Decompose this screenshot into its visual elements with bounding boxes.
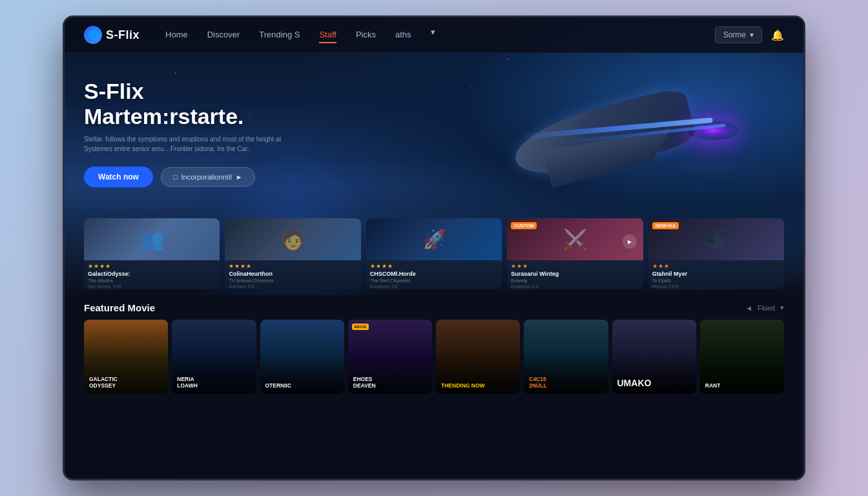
featured-section: Featured Movie ◄ Fkied ▾ GALACTICODYSSEY: [65, 296, 803, 394]
featured-card-6[interactable]: UMAKO: [612, 320, 696, 394]
card-subtitle-1: TV Anteant Dreinnes: [225, 278, 360, 284]
featured-bg-6: UMAKO: [612, 320, 696, 394]
hero-title: S-Flix Martem:rstarte.: [84, 79, 329, 129]
card-subtitle-2: The Nert Clspester: [366, 278, 502, 284]
search-button[interactable]: Sorme ▾: [715, 26, 762, 43]
movie-card-0[interactable]: 👥 ★★★★ GalactiOdysse: The dAultra. Dan f…: [84, 218, 220, 289]
nav-links: Home Discover Trending S Staff Picks ath…: [165, 27, 715, 43]
featured-bg-4: THENDING NOW: [436, 320, 520, 394]
nav-more-icon[interactable]: ▾: [431, 27, 435, 43]
card-subtitle-4: To Epath: [648, 278, 784, 284]
featured-label-2: OTERNIIC: [265, 382, 292, 389]
nav-paths[interactable]: aths: [395, 27, 411, 43]
card-image-2: 🚀: [366, 218, 502, 260]
notification-bell-icon[interactable]: 🔔: [771, 29, 784, 41]
movie-cards-strip: 👥 ★★★★ GalactiOdysse: The dAultra. Dan f…: [65, 212, 803, 296]
card-meta-0: Dan frenas, 3:45: [84, 284, 220, 289]
card-title-1: ColinaHeurthon: [225, 269, 360, 278]
nav-label: Fkied: [758, 304, 775, 312]
info-arrow: ►: [236, 173, 243, 181]
card-meta-1: Natrearn 3:6: [225, 284, 360, 289]
logo-text: S-Flix: [106, 28, 140, 42]
hero-content: S-Flix Martem:rstarte. Stellar. follows …: [65, 53, 803, 200]
featured-bg-1: NERIALOAWH: [172, 320, 256, 394]
watch-now-button[interactable]: Watch now: [84, 167, 153, 187]
card-badge-3: CUSTOM: [511, 222, 537, 229]
nav-picks[interactable]: Picks: [356, 27, 376, 43]
card-title-3: Surasarui Winteg: [507, 269, 643, 278]
featured-label-7: RANT: [705, 382, 721, 389]
hero-title-line2: Martem:rstarte.: [84, 104, 244, 129]
card-title-2: CHSCOMl.Horde: [366, 269, 502, 278]
search-label: Sorme: [723, 30, 746, 39]
featured-card-2[interactable]: OTERNIIC: [260, 320, 344, 394]
featured-card-3[interactable]: EKCIA EHOESDEAVEN: [348, 320, 432, 394]
nav-home[interactable]: Home: [165, 27, 188, 43]
section-title: Featured Movie: [84, 302, 155, 313]
featured-bg-5: C4C152NÜLL: [524, 320, 608, 394]
info-icon: □: [173, 173, 178, 181]
nav-staff[interactable]: Staff: [319, 27, 336, 43]
featured-bg-2: OTERNIIC: [260, 320, 344, 394]
featured-badge-3: EKCIA: [352, 324, 369, 330]
card-image-0: 👥: [84, 218, 220, 260]
featured-bg-7: RANT: [700, 320, 784, 394]
card-subtitle-3: Evamty: [507, 278, 643, 284]
movie-card-3[interactable]: ⚔️ CUSTOM ▶ ★★★ Surasarui Winteg Evamty …: [507, 218, 643, 289]
hero-title-line1: S-Flix: [84, 79, 144, 103]
section-header: Featured Movie ◄ Fkied ▾: [84, 302, 784, 313]
card-meta-4: Mreyan 3:6:6: [648, 284, 784, 289]
card-title-0: GalactiOdysse:: [84, 269, 220, 278]
featured-card-5[interactable]: C4C152NÜLL: [524, 320, 608, 394]
card-meta-3: Euolosion 2:6: [507, 284, 643, 289]
prev-nav-icon[interactable]: ◄: [745, 304, 752, 312]
card-play-3[interactable]: ▶: [623, 234, 637, 249]
hero-actions: Watch now □ Incorporationntil ►: [84, 167, 784, 187]
featured-card-4[interactable]: THENDING NOW: [436, 320, 520, 394]
movie-card-2[interactable]: 🚀 ★★★★ CHSCOMl.Horde The Nert Clspester …: [366, 218, 502, 289]
next-nav-icon[interactable]: ▾: [780, 304, 784, 312]
featured-card-7[interactable]: RANT: [700, 320, 784, 394]
nav-trending[interactable]: Trending S: [259, 27, 300, 43]
hero-subtitle: Stellar. follows the symptoms and erupti…: [84, 134, 304, 154]
section-navigation[interactable]: ◄ Fkied ▾: [745, 304, 784, 312]
featured-label-4: THENDING NOW: [441, 382, 485, 389]
card-stars-2: ★★★★: [366, 260, 502, 269]
card-stars-4: ★★★: [648, 260, 784, 269]
card-title-4: Gtahnil Myer: [648, 269, 784, 278]
navbar: 🌐 S-Flix Home Discover Trending S Staff …: [65, 17, 803, 53]
card-stars-3: ★★★: [507, 260, 643, 269]
featured-movies-list: GALACTICODYSSEY NERIALOAWH OTERNIIC: [84, 320, 784, 394]
logo[interactable]: 🌐 S-Flix: [84, 26, 140, 44]
featured-label-0: GALACTICODYSSEY: [89, 376, 118, 389]
search-dropdown-icon: ▾: [750, 30, 754, 39]
featured-bg-3: EKCIA EHOESDEAVEN: [348, 320, 432, 394]
featured-label-3: EHOESDEAVEN: [353, 376, 376, 389]
featured-label-5: C4C152NÜLL: [529, 376, 546, 389]
movie-card-1[interactable]: 🧑 ★★★★ ColinaHeurthon TV Anteant Dreinne…: [225, 218, 360, 289]
card-stars-0: ★★★★: [84, 260, 220, 269]
nav-discover[interactable]: Discover: [207, 27, 240, 43]
card-image-1: 🧑: [225, 218, 360, 260]
card-badge-4: SEMI+KA: [652, 222, 679, 229]
featured-label-1: NERIALOAWH: [177, 376, 198, 389]
card-stars-1: ★★★★: [225, 260, 360, 269]
featured-label-6: UMAKO: [617, 378, 652, 389]
nav-right: Sorme ▾ 🔔: [715, 26, 784, 43]
logo-icon: 🌐: [84, 26, 102, 44]
card-subtitle-0: The dAultra.: [84, 278, 220, 284]
featured-bg-0: GALACTICODYSSEY: [84, 320, 168, 394]
featured-card-0[interactable]: GALACTICODYSSEY: [84, 320, 168, 394]
laptop-frame: 🌐 S-Flix Home Discover Trending S Staff …: [63, 16, 805, 480]
info-button[interactable]: □ Incorporationntil ►: [161, 167, 255, 187]
info-label: Incorporationntil: [181, 173, 232, 181]
movie-card-4[interactable]: 🌑 SEMI+KA ★★★ Gtahnil Myer To Epath Mrey…: [648, 218, 784, 289]
featured-card-1[interactable]: NERIALOAWH: [172, 320, 256, 394]
card-meta-2: Euolasion 3:6: [366, 284, 502, 289]
screen: 🌐 S-Flix Home Discover Trending S Staff …: [65, 17, 803, 479]
